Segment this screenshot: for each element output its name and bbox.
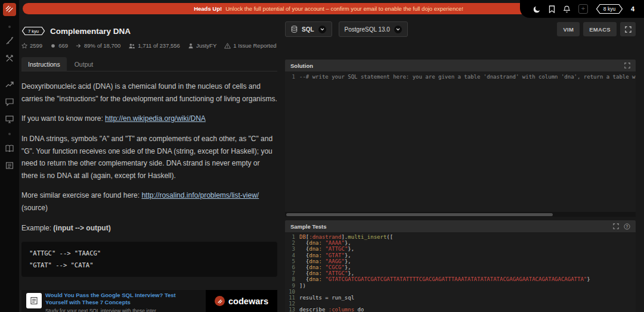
- wiki-link[interactable]: http://en.wikipedia.org/wiki/DNA: [105, 114, 206, 123]
- solution-panel-title: Solution: [290, 63, 313, 69]
- sponsor-ad: Would You Pass the Google SQL Interview?…: [21, 290, 277, 312]
- code-line: 9]): [285, 283, 636, 289]
- tab-output[interactable]: Output: [68, 57, 100, 71]
- dark-mode-icon[interactable]: [533, 5, 541, 13]
- description-paragraph: In DNA strings, symbols "A" and "T" are …: [21, 133, 277, 182]
- bookmark-icon[interactable]: [549, 5, 555, 13]
- emacs-mode-button[interactable]: EMACS: [583, 22, 617, 36]
- nav-dot-icon: [8, 26, 11, 28]
- solution-panel: Solution 1--# write your SQL statement h…: [285, 60, 636, 217]
- code-line: 13describe :columns do: [285, 307, 636, 312]
- kata-stat-star[interactable]: 2599: [21, 42, 42, 49]
- banner-message: Unlock the full potential of your accoun…: [225, 5, 463, 12]
- ad-brand[interactable]: codewars: [206, 290, 277, 312]
- topbar-controls: + 8 kyu 4: [520, 0, 644, 18]
- fullscreen-button[interactable]: [620, 22, 636, 36]
- trending-icon[interactable]: [5, 80, 14, 89]
- ad-thumbnail: [26, 293, 42, 308]
- kata-stat-arrow: 89% of 18,700: [76, 42, 120, 49]
- rosalind-link[interactable]: http://rosalind.info/problems/list-view/: [141, 191, 259, 199]
- sample-tests-panel-title: Sample Tests: [290, 223, 327, 230]
- language-label: SQL: [302, 26, 314, 33]
- chevron-down-icon: [318, 26, 326, 33]
- kata-stats: 259966989% of 18,7001,711 of 237,556Just…: [21, 42, 277, 49]
- code-line: 2 {dna: "AAAA"},: [285, 240, 636, 246]
- code-line: 10: [285, 289, 636, 295]
- chevron-down-icon: [394, 26, 402, 33]
- svg-text:7 kyu: 7 kyu: [28, 29, 39, 34]
- expand-icon[interactable]: [613, 223, 619, 229]
- codewars-logo[interactable]: [3, 3, 16, 16]
- scrollbar-thumb[interactable]: [286, 213, 553, 216]
- crossed-swords-icon[interactable]: [5, 54, 14, 63]
- kata-title: Complementary DNA: [50, 27, 131, 36]
- banner-headline: Heads Up!: [194, 5, 222, 12]
- chat-icon[interactable]: [5, 98, 14, 106]
- tab-instructions[interactable]: Instructions: [21, 57, 67, 71]
- code-line: 4 {dna: "GTAT"},: [285, 252, 636, 258]
- ad-brand-name: codewars: [228, 297, 268, 306]
- kata-description: Deoxyribonucleic acid (DNA) is a chemica…: [21, 71, 277, 277]
- kata-panel: 7 kyu Complementary DNA 259966989% of 18…: [21, 26, 277, 301]
- code-line: 12: [285, 301, 636, 307]
- editor-toolbar: SQL PostgreSQL 13.0 VIM EMACS: [285, 21, 636, 37]
- version-label: PostgreSQL 13.0: [345, 26, 390, 33]
- code-line: 1--# write your SQL statement here: you …: [285, 73, 636, 80]
- code-line: 6 {dna: "CGCG"},: [285, 264, 636, 270]
- sword-icon[interactable]: [5, 37, 14, 45]
- help-icon[interactable]: ?: [624, 223, 630, 230]
- kata-rank-badge: 7 kyu: [21, 26, 45, 36]
- nav-dot-icon: [8, 133, 11, 135]
- code-line: 7 {dna: "ATTGC"},: [285, 270, 636, 276]
- code-line: 3 {dna: "ATTGC"},: [285, 246, 636, 252]
- example-code-line: "ATTGC" --> "TAACG": [29, 248, 270, 259]
- code-line: 5 {dna: "AAGG"},: [285, 258, 636, 264]
- horizontal-scrollbar[interactable]: [285, 212, 636, 217]
- monitor-icon[interactable]: [5, 115, 14, 123]
- kata-stat-user[interactable]: JustyFY: [188, 42, 216, 49]
- codewars-brand-icon: [215, 296, 225, 306]
- expand-icon[interactable]: [624, 63, 630, 68]
- solution-code-editor[interactable]: 1--# write your SQL statement here: you …: [285, 71, 636, 212]
- code-line: 11results = run_sql: [285, 295, 636, 301]
- sidebar: [0, 0, 19, 312]
- notifications-bell-icon[interactable]: [563, 5, 571, 13]
- description-paragraph: If you want to know more: http://en.wiki…: [21, 113, 277, 125]
- honor-counter: 4: [631, 5, 634, 13]
- ad-subtext: Study for your next SQL interview with t…: [45, 308, 197, 312]
- language-select[interactable]: SQL: [285, 21, 332, 37]
- rank-badge[interactable]: 8 kyu: [596, 4, 623, 14]
- example-code-block: "ATTGC" --> "TAACG""GTAT" --> "CATA": [21, 242, 277, 277]
- code-line: 8 {dna: "GTATCGATCGATCGATCGATTATATTTTCGA…: [285, 276, 636, 282]
- kata-stat-users: 1,711 of 237,556: [128, 42, 180, 49]
- kata-stat-warning[interactable]: 1 Issue Reported: [224, 42, 276, 49]
- kata-stat-dot: 669: [50, 42, 68, 49]
- sample-tests-editor[interactable]: 1DB[:dnastrand].multi_insert([2 {dna: "A…: [285, 232, 636, 312]
- kata-tabs: Instructions Output: [21, 57, 277, 71]
- description-paragraph: Example: (input --> output): [21, 222, 277, 235]
- version-select[interactable]: PostgreSQL 13.0: [339, 21, 408, 37]
- add-icon[interactable]: +: [578, 4, 588, 14]
- database-icon: [291, 26, 298, 33]
- vim-mode-button[interactable]: VIM: [557, 22, 580, 36]
- description-paragraph: More similar exercise are found here: ht…: [21, 189, 277, 214]
- svg-text:8 kyu: 8 kyu: [603, 6, 616, 12]
- example-code-line: "GTAT" --> "CATA": [29, 260, 270, 271]
- news-icon[interactable]: [5, 161, 14, 170]
- ad-headline-link[interactable]: Would You Pass the Google SQL Interview?…: [45, 292, 197, 307]
- description-paragraph: Deoxyribonucleic acid (DNA) is a chemica…: [21, 80, 277, 105]
- sample-tests-panel: Sample Tests ? 1DB[:dnastrand].multi_ins…: [285, 220, 636, 312]
- book-icon[interactable]: [5, 144, 14, 152]
- code-line: 1DB[:dnastrand].multi_insert([: [285, 234, 636, 240]
- svg-text:?: ?: [626, 224, 628, 228]
